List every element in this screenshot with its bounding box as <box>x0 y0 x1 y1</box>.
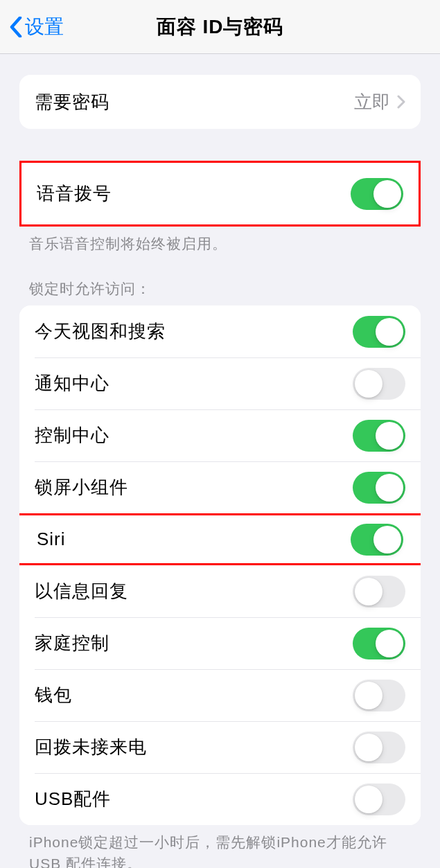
access-row-label: 钱包 <box>35 683 72 707</box>
navbar: 设置 面容 ID与密码 <box>0 0 440 54</box>
require-passcode-row[interactable]: 需要密码 立即 <box>19 75 421 129</box>
access-row: 控制中心 <box>19 409 421 461</box>
access-row: 钱包 <box>19 669 421 721</box>
access-row: 家庭控制 <box>19 617 421 669</box>
access-row: USB配件 <box>19 773 421 825</box>
allow-access-header: 锁定时允许访问： <box>0 279 440 305</box>
access-row-toggle[interactable] <box>353 783 405 815</box>
access-row-toggle[interactable] <box>351 524 403 556</box>
access-row-label: 家庭控制 <box>35 631 109 655</box>
back-label: 设置 <box>25 14 64 40</box>
voice-dial-label: 语音拨号 <box>37 181 112 206</box>
voice-dial-row: 语音拨号 <box>21 163 419 224</box>
voice-dial-card: 语音拨号 <box>19 161 421 227</box>
chevron-right-icon <box>397 95 405 109</box>
chevron-left-icon <box>10 17 22 37</box>
access-row-label: 控制中心 <box>35 423 109 448</box>
access-row: 以信息回复 <box>19 565 421 617</box>
content: 需要密码 立即 语音拨号 音乐语音控制将始终被启用。 <box>0 75 440 868</box>
require-passcode-label: 需要密码 <box>35 90 109 114</box>
access-row-label: 今天视图和搜索 <box>35 319 166 344</box>
access-row-toggle[interactable] <box>353 576 405 608</box>
require-passcode-card: 需要密码 立即 <box>19 75 421 129</box>
access-row-label: Siri <box>37 529 66 550</box>
access-row-toggle[interactable] <box>353 680 405 711</box>
access-row-toggle[interactable] <box>353 472 405 504</box>
page-title: 面容 ID与密码 <box>157 14 284 40</box>
access-row-label: USB配件 <box>35 787 111 811</box>
access-row: 通知中心 <box>19 357 421 409</box>
require-passcode-value: 立即 <box>354 90 390 114</box>
access-row-toggle[interactable] <box>353 316 405 348</box>
access-row-label: 通知中心 <box>35 371 109 396</box>
access-row-toggle[interactable] <box>353 628 405 659</box>
back-button[interactable]: 设置 <box>10 14 64 40</box>
access-row-toggle[interactable] <box>353 368 405 400</box>
access-row-toggle[interactable] <box>353 732 405 763</box>
allow-access-footer: iPhone锁定超过一小时后，需先解锁iPhone才能允许USB 配件连接。 <box>0 825 440 868</box>
access-row-label: 以信息回复 <box>35 579 128 603</box>
voice-dial-footer: 音乐语音控制将始终被启用。 <box>0 227 440 254</box>
access-row-label: 回拨未接来电 <box>35 735 147 759</box>
access-row: 今天视图和搜索 <box>19 305 421 357</box>
access-row: 回拨未接来电 <box>19 721 421 773</box>
access-row: 锁屏小组件 <box>19 461 421 513</box>
access-row-toggle[interactable] <box>353 420 405 452</box>
access-row: Siri <box>19 513 421 565</box>
access-row-label: 锁屏小组件 <box>35 475 128 499</box>
allow-access-list: 今天视图和搜索通知中心控制中心锁屏小组件Siri以信息回复家庭控制钱包回拨未接来… <box>19 305 421 825</box>
voice-dial-toggle[interactable] <box>351 178 403 210</box>
